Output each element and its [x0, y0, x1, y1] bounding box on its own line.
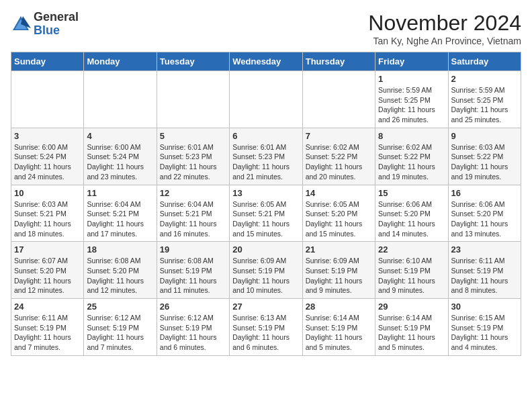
calendar-cell: 22Sunrise: 6:10 AM Sunset: 5:19 PM Dayli…	[375, 242, 448, 299]
day-number: 2	[451, 74, 518, 84]
calendar-week-row: 3Sunrise: 6:00 AM Sunset: 5:24 PM Daylig…	[11, 128, 521, 185]
column-header-tuesday: Tuesday	[157, 52, 229, 71]
day-number: 28	[306, 302, 372, 312]
logo-general: General	[34, 10, 79, 24]
calendar-cell	[157, 71, 229, 128]
calendar-cell: 28Sunrise: 6:14 AM Sunset: 5:19 PM Dayli…	[302, 299, 375, 356]
day-number: 4	[87, 131, 153, 141]
day-info: Sunrise: 6:05 AM Sunset: 5:21 PM Dayligh…	[232, 199, 299, 239]
day-number: 11	[87, 188, 153, 198]
calendar-cell: 14Sunrise: 6:05 AM Sunset: 5:20 PM Dayli…	[302, 185, 375, 242]
day-number: 17	[14, 244, 81, 255]
calendar-cell: 29Sunrise: 6:14 AM Sunset: 5:19 PM Dayli…	[375, 299, 448, 356]
day-info: Sunrise: 6:12 AM Sunset: 5:19 PM Dayligh…	[160, 313, 226, 353]
calendar-cell: 6Sunrise: 6:01 AM Sunset: 5:23 PM Daylig…	[230, 128, 302, 185]
day-info: Sunrise: 6:09 AM Sunset: 5:19 PM Dayligh…	[306, 256, 372, 295]
day-info: Sunrise: 6:08 AM Sunset: 5:20 PM Dayligh…	[87, 256, 153, 295]
day-number: 19	[160, 244, 226, 255]
day-info: Sunrise: 6:13 AM Sunset: 5:19 PM Dayligh…	[232, 313, 299, 353]
day-info: Sunrise: 6:10 AM Sunset: 5:19 PM Dayligh…	[378, 256, 445, 295]
calendar-cell: 26Sunrise: 6:12 AM Sunset: 5:19 PM Dayli…	[157, 299, 229, 356]
calendar-week-row: 17Sunrise: 6:07 AM Sunset: 5:20 PM Dayli…	[11, 242, 521, 299]
calendar-cell: 7Sunrise: 6:02 AM Sunset: 5:22 PM Daylig…	[302, 128, 375, 185]
day-number: 22	[378, 244, 445, 255]
calendar-cell	[302, 71, 375, 128]
day-number: 1	[378, 74, 445, 84]
day-info: Sunrise: 6:00 AM Sunset: 5:24 PM Dayligh…	[87, 142, 153, 182]
calendar-cell: 23Sunrise: 6:11 AM Sunset: 5:19 PM Dayli…	[448, 242, 521, 299]
day-number: 8	[378, 131, 445, 141]
day-info: Sunrise: 6:12 AM Sunset: 5:19 PM Dayligh…	[87, 313, 153, 353]
day-number: 15	[378, 188, 445, 198]
day-number: 9	[451, 131, 518, 141]
day-info: Sunrise: 6:07 AM Sunset: 5:20 PM Dayligh…	[14, 256, 81, 295]
calendar-cell: 27Sunrise: 6:13 AM Sunset: 5:19 PM Dayli…	[230, 299, 302, 356]
calendar-cell: 25Sunrise: 6:12 AM Sunset: 5:19 PM Dayli…	[84, 299, 157, 356]
calendar-cell: 15Sunrise: 6:06 AM Sunset: 5:20 PM Dayli…	[375, 185, 448, 242]
location-subtitle: Tan Ky, Nghe An Province, Vietnam	[368, 36, 521, 46]
day-info: Sunrise: 6:06 AM Sunset: 5:20 PM Dayligh…	[451, 199, 518, 239]
calendar-cell: 30Sunrise: 6:15 AM Sunset: 5:19 PM Dayli…	[448, 299, 521, 356]
calendar-cell: 5Sunrise: 6:01 AM Sunset: 5:23 PM Daylig…	[157, 128, 229, 185]
calendar-cell: 17Sunrise: 6:07 AM Sunset: 5:20 PM Dayli…	[11, 242, 84, 299]
calendar-cell	[11, 71, 84, 128]
calendar-header-row: SundayMondayTuesdayWednesdayThursdayFrid…	[11, 52, 521, 71]
day-number: 10	[14, 188, 81, 198]
calendar-cell: 21Sunrise: 6:09 AM Sunset: 5:19 PM Dayli…	[302, 242, 375, 299]
calendar-cell: 18Sunrise: 6:08 AM Sunset: 5:20 PM Dayli…	[84, 242, 157, 299]
day-info: Sunrise: 6:14 AM Sunset: 5:19 PM Dayligh…	[306, 313, 372, 353]
calendar-cell	[230, 71, 302, 128]
day-number: 29	[378, 302, 445, 312]
day-info: Sunrise: 6:09 AM Sunset: 5:19 PM Dayligh…	[232, 256, 299, 295]
calendar-cell: 2Sunrise: 5:59 AM Sunset: 5:25 PM Daylig…	[448, 71, 521, 128]
day-number: 5	[160, 131, 226, 141]
calendar-cell: 20Sunrise: 6:09 AM Sunset: 5:19 PM Dayli…	[230, 242, 302, 299]
calendar-cell	[84, 71, 157, 128]
column-header-monday: Monday	[84, 52, 157, 71]
day-number: 14	[306, 188, 372, 198]
day-info: Sunrise: 6:05 AM Sunset: 5:20 PM Dayligh…	[306, 199, 372, 239]
day-number: 21	[306, 244, 372, 255]
day-number: 23	[451, 244, 518, 255]
day-info: Sunrise: 6:02 AM Sunset: 5:22 PM Dayligh…	[378, 142, 445, 182]
day-info: Sunrise: 6:03 AM Sunset: 5:21 PM Dayligh…	[14, 199, 81, 239]
calendar-week-row: 10Sunrise: 6:03 AM Sunset: 5:21 PM Dayli…	[11, 185, 521, 242]
day-info: Sunrise: 6:04 AM Sunset: 5:21 PM Dayligh…	[87, 199, 153, 239]
day-info: Sunrise: 6:06 AM Sunset: 5:20 PM Dayligh…	[378, 199, 445, 239]
day-info: Sunrise: 6:01 AM Sunset: 5:23 PM Dayligh…	[232, 142, 299, 182]
day-number: 27	[232, 302, 299, 312]
column-header-sunday: Sunday	[11, 52, 84, 71]
day-number: 7	[306, 131, 372, 141]
day-number: 20	[232, 244, 299, 255]
day-info: Sunrise: 6:01 AM Sunset: 5:23 PM Dayligh…	[160, 142, 226, 182]
day-number: 26	[160, 302, 226, 312]
logo: General Blue	[11, 11, 79, 38]
calendar-cell: 12Sunrise: 6:04 AM Sunset: 5:21 PM Dayli…	[157, 185, 229, 242]
page-header: General Blue November 2024 Tan Ky, Nghe …	[11, 11, 521, 46]
day-number: 16	[451, 188, 518, 198]
title-block: November 2024 Tan Ky, Nghe An Province, …	[368, 11, 521, 46]
calendar-cell: 1Sunrise: 5:59 AM Sunset: 5:25 PM Daylig…	[375, 71, 448, 128]
day-info: Sunrise: 6:14 AM Sunset: 5:19 PM Dayligh…	[378, 313, 445, 353]
calendar-week-row: 1Sunrise: 5:59 AM Sunset: 5:25 PM Daylig…	[11, 71, 521, 128]
day-info: Sunrise: 6:02 AM Sunset: 5:22 PM Dayligh…	[306, 142, 372, 182]
calendar-cell: 19Sunrise: 6:08 AM Sunset: 5:19 PM Dayli…	[157, 242, 229, 299]
calendar-table: SundayMondayTuesdayWednesdayThursdayFrid…	[11, 52, 521, 356]
calendar-cell: 11Sunrise: 6:04 AM Sunset: 5:21 PM Dayli…	[84, 185, 157, 242]
day-info: Sunrise: 6:15 AM Sunset: 5:19 PM Dayligh…	[451, 313, 518, 353]
day-info: Sunrise: 6:04 AM Sunset: 5:21 PM Dayligh…	[160, 199, 226, 239]
day-info: Sunrise: 5:59 AM Sunset: 5:25 PM Dayligh…	[451, 85, 518, 125]
logo-blue: Blue	[34, 24, 60, 37]
day-number: 13	[232, 188, 299, 198]
day-info: Sunrise: 5:59 AM Sunset: 5:25 PM Dayligh…	[378, 85, 445, 125]
calendar-cell: 3Sunrise: 6:00 AM Sunset: 5:24 PM Daylig…	[11, 128, 84, 185]
month-title: November 2024	[368, 11, 521, 36]
day-info: Sunrise: 6:03 AM Sunset: 5:22 PM Dayligh…	[451, 142, 518, 182]
day-number: 6	[232, 131, 299, 141]
day-number: 3	[14, 131, 81, 141]
calendar-cell: 13Sunrise: 6:05 AM Sunset: 5:21 PM Dayli…	[230, 185, 302, 242]
column-header-wednesday: Wednesday	[230, 52, 302, 71]
calendar-cell: 4Sunrise: 6:00 AM Sunset: 5:24 PM Daylig…	[84, 128, 157, 185]
logo-icon	[11, 14, 31, 34]
day-info: Sunrise: 6:00 AM Sunset: 5:24 PM Dayligh…	[14, 142, 81, 182]
